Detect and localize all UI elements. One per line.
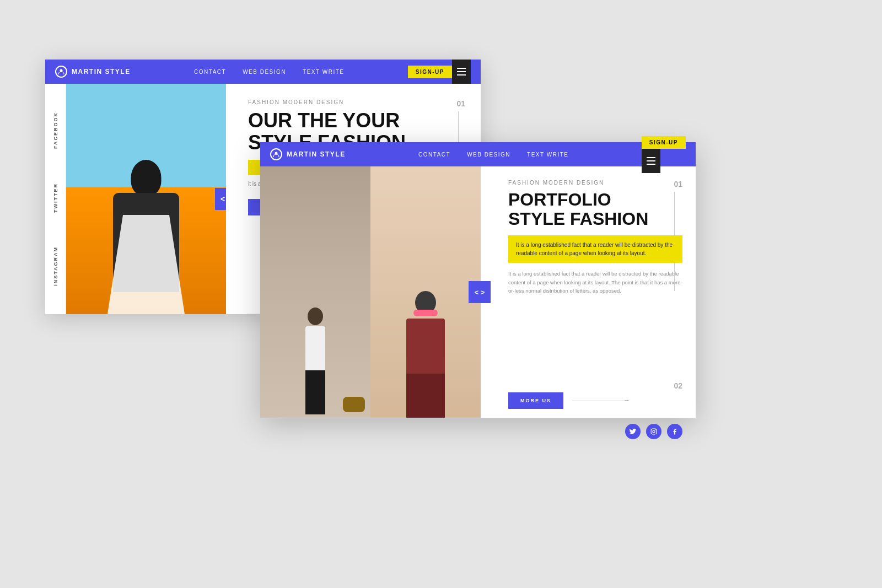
svg-point-4 — [655, 429, 655, 430]
navbar2: MARTIN STYLE CONTACT WEB DESIGN TEXT WRI… — [260, 142, 696, 166]
nav-links1: CONTACT WEB DESIGN TEXT WRITE — [131, 69, 408, 75]
social-twitter1[interactable]: TWITTER — [53, 183, 58, 213]
brand-icon1 — [55, 66, 67, 78]
nav-right1: SIGN-UP — [408, 60, 471, 84]
svg-point-3 — [653, 430, 655, 433]
facebook-icon[interactable] — [667, 424, 682, 439]
card2-yellow-text: It is a long established fact that a rea… — [516, 242, 673, 256]
navbar1: MARTIN STYLE CONTACT WEB DESIGN TEXT WRI… — [45, 60, 481, 84]
slide-number1: 01 — [456, 99, 465, 108]
card1-subtitle: FASHION MODERN DESIGN — [248, 99, 465, 105]
card2-more: MORE US — [508, 392, 682, 409]
card2-body: < > 01 FASHION MODERN DESIGN PORTFOLIO S… — [260, 166, 696, 418]
fp-body — [406, 319, 445, 374]
hamburger-icon2 — [647, 157, 655, 165]
nav-contact1[interactable]: CONTACT — [194, 69, 226, 75]
slide-number2a: 01 — [674, 180, 682, 188]
more-line2 — [572, 401, 627, 401]
fp-glasses — [413, 310, 438, 316]
brand-label2: MARTIN STYLE — [287, 150, 346, 158]
card2-content: 01 FASHION MODERN DESIGN PORTFOLIO STYLE… — [481, 166, 696, 418]
vertical-line2 — [674, 192, 675, 291]
sp-body — [305, 326, 325, 370]
nav-textwrite2[interactable]: TEXT WRITE — [527, 152, 568, 158]
more-button2[interactable]: MORE US — [508, 392, 563, 409]
hamburger-menu1[interactable] — [452, 60, 471, 84]
nav-links2: CONTACT WEB DESIGN TEXT WRITE — [346, 152, 642, 158]
nav-webdesign1[interactable]: WEB DESIGN — [243, 69, 286, 75]
card2-footer — [260, 418, 696, 445]
code-brackets1: < > — [220, 195, 226, 203]
fp-lower — [406, 374, 445, 418]
card2-title-line2: STYLE FASHION — [508, 209, 648, 229]
social-instagram1[interactable]: INSTAGRAM — [53, 246, 58, 286]
hamburger-icon1 — [457, 68, 466, 75]
card2-desc: It is a long established fact that a rea… — [508, 269, 682, 295]
twitter-icon[interactable] — [625, 424, 641, 439]
sp-head — [308, 308, 323, 325]
card1-photo: < > — [66, 84, 226, 314]
signup-button2[interactable]: SIGN-UP — [642, 136, 686, 149]
card2-title-line1: PORTFOLIO — [508, 190, 611, 209]
card2-title: PORTFOLIO STYLE FASHION — [508, 190, 682, 229]
nav-contact2[interactable]: CONTACT — [418, 152, 450, 158]
brand-icon2 — [270, 148, 282, 160]
brand1: MARTIN STYLE — [55, 66, 131, 78]
page-wrapper: MARTIN STYLE CONTACT WEB DESIGN TEXT WRI… — [0, 0, 882, 588]
nav-webdesign2[interactable]: WEB DESIGN — [467, 152, 510, 158]
card2-subtitle: FASHION MODERN DESIGN — [508, 180, 682, 186]
photo-left2 — [260, 166, 370, 418]
sp-pants — [305, 370, 325, 414]
dog-figure — [343, 397, 365, 412]
code-icon1[interactable]: < > — [215, 188, 226, 210]
brand2: MARTIN STYLE — [270, 148, 346, 160]
card2-yellow-box: It is a long established fact that a rea… — [508, 235, 682, 263]
person-head1 — [131, 160, 162, 196]
card2-photos: < > — [260, 166, 481, 418]
code-brackets2: < > — [475, 288, 485, 296]
nav-textwrite1[interactable]: TEXT WRITE — [303, 69, 344, 75]
code-icon2[interactable]: < > — [469, 281, 491, 303]
instagram-icon[interactable] — [646, 424, 662, 439]
photo-right2 — [370, 166, 481, 418]
card2-window: MARTIN STYLE CONTACT WEB DESIGN TEXT WRI… — [260, 142, 696, 418]
signup-button1[interactable]: SIGN-UP — [408, 66, 452, 78]
brand-label1: MARTIN STYLE — [72, 68, 131, 75]
photo-figure1 — [96, 149, 196, 314]
fashion-person — [398, 291, 453, 418]
street-person — [293, 308, 337, 418]
social-sidebar1: FACEBOOK TWITTER INSTAGRAM — [45, 84, 66, 314]
card1-title-line1: OUR THE YOUR — [248, 109, 400, 132]
social-facebook1[interactable]: FACEBOOK — [53, 112, 58, 149]
slide-number2b: 02 — [674, 381, 682, 390]
